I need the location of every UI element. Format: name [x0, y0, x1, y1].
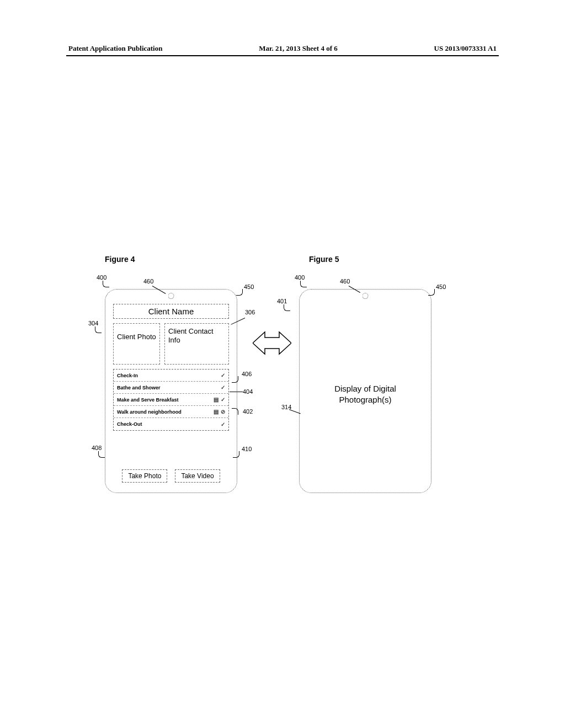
leader-line	[103, 281, 109, 287]
check-icon: ✓	[221, 421, 225, 427]
callout-450: 450	[244, 283, 254, 290]
cancel-icon: ⊘	[221, 409, 225, 415]
note-icon: ▤	[214, 397, 218, 403]
leader-line	[428, 289, 435, 296]
header-center: Mar. 21, 2013 Sheet 4 of 6	[259, 44, 338, 53]
check-icon: ✓	[221, 372, 225, 378]
patent-page: Patent Application Publication Mar. 21, …	[66, 44, 499, 684]
svg-marker-0	[253, 332, 291, 354]
task-status-icons: ✓	[221, 372, 225, 378]
client-contact-box: Client Contact Info	[164, 323, 229, 365]
device-5-screen: Display of Digital Photograph(s)	[307, 304, 423, 485]
task-status-icons: ✓	[221, 384, 225, 390]
camera-icon	[363, 293, 369, 299]
callout-304: 304	[88, 320, 98, 326]
note-icon: ▤	[214, 409, 218, 415]
leader-line	[284, 304, 290, 311]
figure-4-title: Figure 4	[105, 255, 135, 264]
task-row[interactable]: Make and Serve Breakfast ▤✓	[114, 394, 228, 406]
leader-line	[232, 408, 238, 415]
device-4-screen: Client Name Client Photo Client Contact …	[113, 304, 229, 485]
leader-line	[95, 326, 102, 333]
callout-410: 410	[242, 446, 252, 452]
page-header: Patent Application Publication Mar. 21, …	[66, 44, 499, 55]
double-arrow-icon	[253, 328, 291, 358]
figure-5-title: Figure 5	[309, 255, 339, 264]
callout-400: 400	[295, 274, 305, 281]
task-row[interactable]: Bathe and Shower ✓	[114, 382, 228, 394]
header-right: US 2013/0073331 A1	[434, 44, 497, 53]
task-status-icons: ✓	[221, 421, 225, 427]
take-photo-button[interactable]: Take Photo	[122, 469, 167, 483]
task-label: Check-In	[117, 373, 138, 378]
device-figure-5: Display of Digital Photograph(s)	[299, 289, 431, 493]
client-photo-box: Client Photo	[113, 323, 160, 365]
callout-450: 450	[436, 283, 446, 290]
leader-line	[232, 376, 238, 383]
device-figure-4: Client Name Client Photo Client Contact …	[105, 289, 237, 493]
leader-line	[233, 451, 239, 458]
callout-306: 306	[245, 309, 255, 315]
callout-402: 402	[243, 408, 253, 415]
task-row[interactable]: Check-In ✓	[114, 370, 228, 382]
callout-408: 408	[92, 445, 102, 451]
leader-line	[230, 392, 243, 392]
task-list: Check-In ✓ Bathe and Shower ✓ Make and S…	[113, 369, 229, 431]
callout-460: 460	[143, 278, 153, 285]
task-label: Check-Out	[117, 421, 142, 427]
client-name-field: Client Name	[113, 304, 229, 319]
header-left: Patent Application Publication	[68, 44, 162, 53]
client-row: Client Photo Client Contact Info	[113, 323, 229, 365]
task-label: Walk around neighborhood	[117, 409, 182, 415]
task-status-icons: ▤✓	[214, 397, 225, 403]
button-row: Take Photo Take Video	[113, 469, 229, 483]
take-video-button[interactable]: Take Video	[175, 469, 220, 483]
task-status-icons: ▤⊘	[214, 409, 225, 415]
photo-display-label: Display of Digital Photograph(s)	[307, 383, 423, 406]
task-label: Make and Serve Breakfast	[117, 397, 179, 403]
task-row[interactable]: Walk around neighborhood ▤⊘	[114, 406, 228, 418]
callout-404: 404	[243, 388, 253, 395]
callout-400: 400	[97, 274, 106, 281]
header-rule	[66, 55, 499, 56]
callout-406: 406	[242, 371, 252, 377]
task-row[interactable]: Check-Out ✓	[114, 418, 228, 430]
task-label: Bathe and Shower	[117, 385, 161, 390]
callout-460: 460	[340, 278, 350, 285]
leader-line	[236, 289, 243, 296]
figures-area: Figure 4 Figure 5 Client Name Client Pho…	[66, 78, 499, 409]
leader-line	[300, 281, 307, 287]
leader-line	[98, 451, 105, 458]
callout-401: 401	[277, 298, 287, 304]
camera-icon	[168, 293, 174, 299]
check-icon: ✓	[221, 397, 225, 403]
check-icon: ✓	[221, 384, 225, 390]
